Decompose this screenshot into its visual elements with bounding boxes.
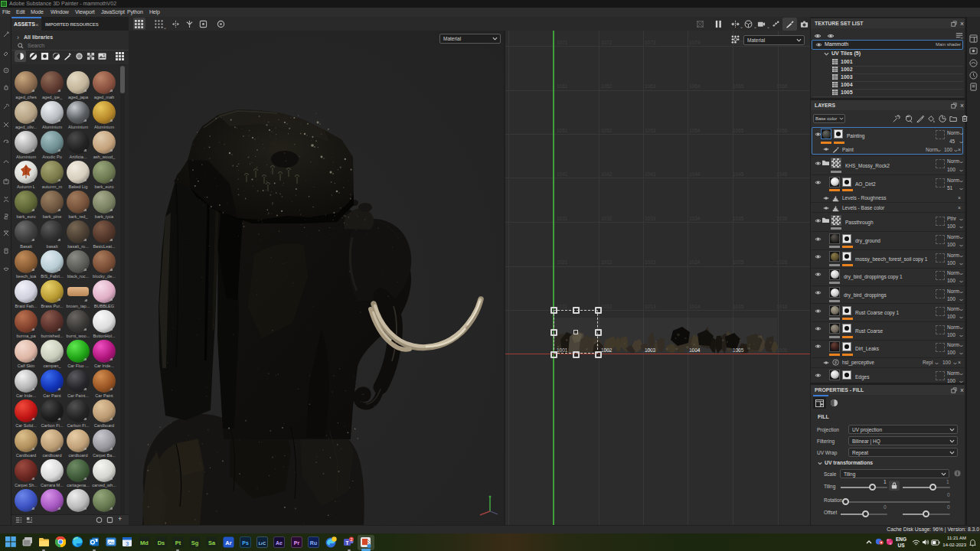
svg-text:2: 2: [350, 537, 352, 542]
svg-text:Md: Md: [140, 540, 149, 546]
svg-text:3: 3: [126, 540, 129, 547]
svg-text:Ps: Ps: [242, 540, 249, 546]
svg-text:Ds: Ds: [158, 540, 165, 546]
svg-text:Sg: Sg: [191, 540, 199, 546]
svg-text:Sa: Sa: [208, 540, 216, 546]
svg-text:T: T: [346, 540, 349, 546]
svg-text:LrC: LrC: [259, 541, 266, 546]
svg-text:Pr: Pr: [294, 540, 300, 546]
svg-text:Ar: Ar: [225, 540, 231, 546]
svg-text:Pt: Pt: [175, 540, 181, 546]
svg-text:Ae: Ae: [276, 540, 283, 546]
svg-text:Ru: Ru: [310, 540, 317, 546]
